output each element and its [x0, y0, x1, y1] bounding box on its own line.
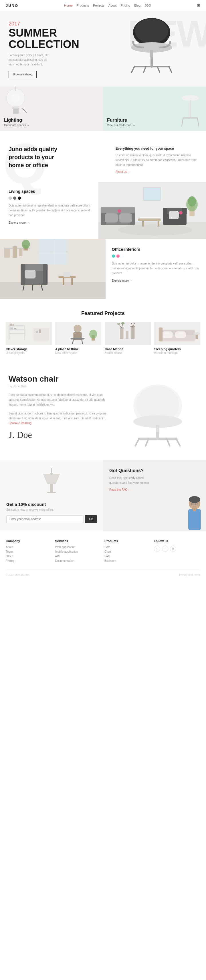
footer-link-mobile[interactable]: Mobile application [55, 550, 102, 553]
svg-rect-80 [36, 331, 38, 333]
category-lighting[interactable]: Lighting Illuminate spaces → [0, 86, 103, 131]
footer-link-chair[interactable]: Chair [104, 550, 151, 553]
questions-title: Got Questions? [109, 468, 200, 473]
footer-col-title-company: Company [6, 539, 53, 543]
category-furniture-link[interactable]: View our Collection → [107, 124, 202, 127]
projects-grid: Clever storage Urban projects [6, 322, 200, 355]
footer-link-team[interactable]: Team [6, 550, 53, 553]
nav-links: Home Products Projects About Pricing Blo… [64, 4, 151, 7]
footer-link-docs[interactable]: Documentation [55, 559, 102, 562]
svg-rect-76 [12, 324, 14, 326]
footer-link-pricing[interactable]: Pricing [6, 559, 53, 562]
svg-rect-91 [120, 328, 124, 339]
svg-rect-50 [19, 248, 22, 256]
footer-link-office[interactable]: Office [6, 555, 53, 558]
instagram-icon[interactable]: in [170, 546, 176, 552]
office-right-panel: Office interiors Duis aute nisi dolor in… [105, 239, 206, 299]
project-name-1: A place to think [55, 347, 101, 351]
office-color-1[interactable] [112, 255, 115, 258]
svg-point-95 [130, 326, 135, 328]
svg-line-116 [135, 439, 139, 446]
footer-col-title-products: Products [104, 539, 151, 543]
watson-continue-link[interactable]: Continue Reading [9, 422, 32, 425]
quality-link[interactable]: About us → [116, 170, 197, 173]
svg-rect-64 [25, 270, 35, 278]
svg-point-89 [89, 329, 97, 339]
color-dot-2[interactable] [13, 197, 16, 200]
svg-rect-68 [64, 272, 70, 277]
footer-link-sofa[interactable]: Sofa [104, 546, 151, 549]
footer-grid: Company About Team Office Pricing Servic… [6, 539, 200, 564]
footer-copyright: © 2017 Juno Design [6, 573, 29, 576]
color-dot-3[interactable] [18, 197, 21, 200]
office-section: Office interiors Duis aute nisi dolor in… [0, 239, 206, 299]
svg-rect-49 [13, 246, 17, 258]
quality-subtitle: Everything you need for your space [116, 146, 197, 151]
nav-joo[interactable]: JOO [144, 4, 151, 7]
svg-point-83 [73, 325, 81, 332]
nav-pricing[interactable]: Pricing [121, 4, 131, 7]
project-item-0[interactable]: Clever storage Urban projects [6, 322, 52, 355]
svg-rect-38 [142, 221, 144, 226]
discount-submit-button[interactable]: Ok [85, 515, 97, 523]
svg-rect-78 [14, 328, 16, 329]
office-scene-svg [0, 239, 105, 299]
project-type-1: New office space [55, 351, 101, 355]
svg-rect-74 [24, 325, 25, 340]
footer-rights[interactable]: Privacy and Terms [179, 573, 200, 576]
project-item-2[interactable]: Casa Marina Beach House [105, 322, 151, 355]
living-spaces-link[interactable]: Explore more → [9, 221, 91, 224]
twitter-icon[interactable]: t [154, 546, 160, 552]
nav-blog[interactable]: Blog [134, 4, 141, 7]
svg-point-25 [118, 224, 192, 235]
watson-chair-svg [126, 374, 189, 449]
nav-products[interactable]: Products [77, 4, 89, 7]
svg-rect-93 [126, 331, 128, 339]
category-lighting-link[interactable]: Illuminate spaces → [4, 124, 99, 127]
footer-link-api[interactable]: API [55, 555, 102, 558]
discount-email-input[interactable] [6, 515, 83, 523]
project-type-2: Beach House [105, 351, 151, 355]
svg-rect-13 [13, 108, 19, 114]
category-lighting-title: Lighting [4, 118, 99, 123]
svg-rect-79 [34, 328, 49, 340]
watson-signature: J. Doe [9, 430, 112, 440]
footer-link-bedroom[interactable]: Bedroom [104, 559, 151, 562]
category-furniture[interactable]: Furniture View our Collection → [103, 86, 206, 131]
cart-icon[interactable]: ⊞ [197, 3, 200, 8]
office-color-2[interactable] [117, 255, 120, 258]
project-item-1[interactable]: A place to think New office space [55, 322, 101, 355]
office-link[interactable]: Explore more → [112, 279, 200, 282]
nav-about[interactable]: About [109, 4, 117, 7]
footer-col-company: Company About Team Office Pricing [6, 539, 53, 564]
svg-point-126 [189, 496, 200, 503]
office-colors [112, 255, 200, 258]
svg-rect-72 [9, 333, 26, 334]
svg-point-100 [117, 323, 120, 325]
svg-rect-37 [138, 218, 161, 221]
svg-point-15 [11, 94, 20, 103]
svg-rect-36 [169, 211, 179, 219]
svg-rect-130 [188, 509, 201, 530]
questions-link[interactable]: Read the FAQ → [109, 488, 200, 491]
quality-right: Everything you need for your space Ut en… [116, 145, 197, 173]
svg-rect-35 [182, 208, 186, 225]
nav-projects[interactable]: Projects [93, 4, 104, 7]
hero-chair-image [123, 17, 189, 82]
browse-catalog-button[interactable]: Browse catalog [9, 71, 37, 78]
svg-rect-48 [4, 249, 10, 258]
person-illustration [177, 496, 206, 531]
svg-rect-85 [71, 338, 85, 340]
color-dot-1[interactable] [9, 197, 12, 200]
lamp-illustration [6, 468, 97, 497]
facebook-icon[interactable]: f [162, 546, 168, 552]
nav-logo[interactable]: JUNO [6, 3, 18, 8]
footer-col-title-follow: Follow us [154, 539, 201, 543]
nav-home[interactable]: Home [64, 4, 72, 7]
project-item-3[interactable]: Sleeping quarters Bedroom redesign [154, 322, 200, 355]
svg-rect-123 [47, 492, 56, 493]
discount-title: Get a 10% discount [6, 502, 97, 507]
footer-link-faq[interactable]: FAQ [104, 555, 151, 558]
footer-link-about[interactable]: About [6, 546, 53, 549]
footer-link-web[interactable]: Web application [55, 546, 102, 549]
